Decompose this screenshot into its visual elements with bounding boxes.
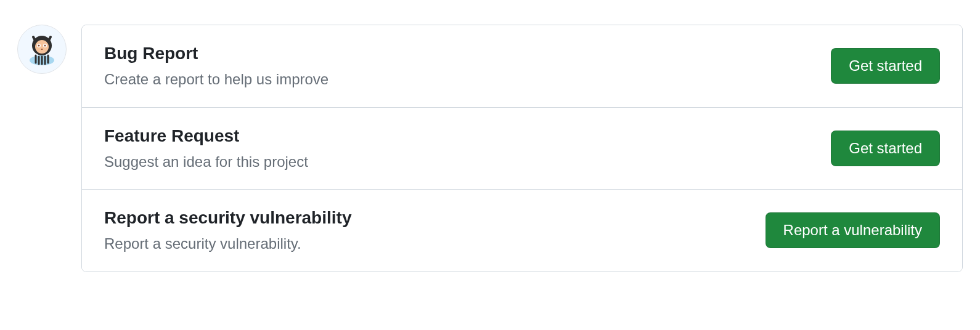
svg-point-2 xyxy=(35,40,49,54)
template-row-bug-report: Bug Report Create a report to help us im… xyxy=(82,25,962,108)
template-description: Suggest an idea for this project xyxy=(104,151,308,172)
template-row-feature-request: Feature Request Suggest an idea for this… xyxy=(82,108,962,190)
template-row-security-vulnerability: Report a security vulnerability Report a… xyxy=(82,190,962,272)
template-text: Report a security vulnerability Report a… xyxy=(104,207,351,254)
get-started-button[interactable]: Get started xyxy=(831,131,940,166)
svg-point-6 xyxy=(44,45,46,47)
template-text: Feature Request Suggest an idea for this… xyxy=(104,125,308,172)
issue-template-list: Bug Report Create a report to help us im… xyxy=(81,25,963,272)
avatar-wrapper xyxy=(17,25,67,74)
issue-template-chooser: Bug Report Create a report to help us im… xyxy=(17,25,963,272)
template-title: Feature Request xyxy=(104,125,308,147)
template-description: Report a security vulnerability. xyxy=(104,233,351,254)
template-title: Report a security vulnerability xyxy=(104,207,351,228)
template-text: Bug Report Create a report to help us im… xyxy=(104,42,329,90)
get-started-button[interactable]: Get started xyxy=(831,48,940,84)
template-title: Bug Report xyxy=(104,42,329,64)
report-vulnerability-button[interactable]: Report a vulnerability xyxy=(766,212,940,248)
svg-point-5 xyxy=(38,45,40,47)
template-description: Create a report to help us improve xyxy=(104,69,329,90)
svg-point-7 xyxy=(41,49,43,50)
octocat-avatar-icon xyxy=(17,25,67,74)
